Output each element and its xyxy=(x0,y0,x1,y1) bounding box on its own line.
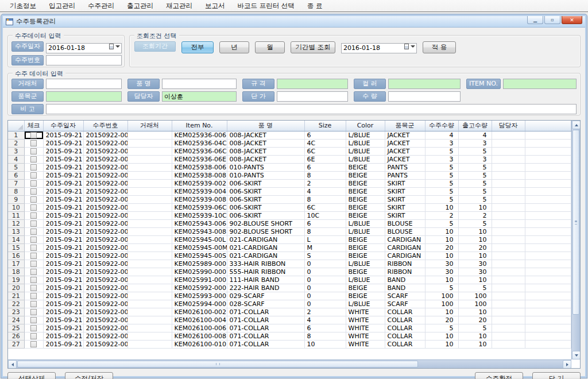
grid-cell[interactable]: 0 xyxy=(304,284,346,292)
grid-cell[interactable]: WHITE xyxy=(346,332,385,340)
grid-cell[interactable] xyxy=(127,243,172,252)
grid-cell[interactable]: JACKET xyxy=(385,147,425,155)
grid-cell[interactable]: 30 xyxy=(458,260,492,268)
grid-cell[interactable]: 20150922-001 xyxy=(83,252,127,260)
grid-cell[interactable]: 5 xyxy=(425,324,458,332)
grid-cell[interactable]: S xyxy=(304,252,346,260)
grid-cell[interactable]: 5 xyxy=(425,195,458,203)
grid-cell[interactable]: 10C xyxy=(304,211,346,219)
grid-cell[interactable] xyxy=(492,252,525,260)
grid-cell[interactable]: 0 xyxy=(304,268,346,276)
grid-cell[interactable]: PANTS xyxy=(385,163,425,171)
row-number[interactable]: 25 xyxy=(8,324,24,332)
row-checkbox[interactable] xyxy=(30,253,37,259)
grid-cell[interactable]: 008-JACKET xyxy=(227,131,304,139)
grid-cell[interactable] xyxy=(127,187,172,195)
row-checkbox-cell[interactable] xyxy=(24,243,43,252)
grid-cell[interactable]: JACKET xyxy=(385,139,425,147)
grid-cell[interactable]: 20150922-001 xyxy=(83,227,127,235)
grid-cell[interactable]: 100 xyxy=(425,300,458,308)
grid-cell[interactable] xyxy=(525,260,571,268)
grid-cell[interactable]: 100 xyxy=(458,300,492,308)
row-checkbox-cell[interactable] xyxy=(24,187,43,195)
spec-input[interactable] xyxy=(277,79,348,89)
price-input[interactable] xyxy=(277,91,348,102)
grid-cell[interactable] xyxy=(127,340,172,348)
grid-cell[interactable]: 4 xyxy=(458,131,492,139)
grid-cell[interactable]: 20150922-001 xyxy=(83,276,127,284)
grid-cell[interactable] xyxy=(127,171,172,179)
grid-cell[interactable]: 6 xyxy=(304,163,346,171)
grid-cell[interactable]: 5 xyxy=(458,219,492,227)
row-checkbox[interactable] xyxy=(30,140,37,146)
grid-cell[interactable]: 4C xyxy=(304,139,346,147)
grid-cell[interactable]: BAND xyxy=(385,276,425,284)
grid-cell[interactable]: 20150922-001 xyxy=(83,292,127,300)
grid-cell[interactable]: 20150922-001 xyxy=(83,308,127,316)
row-number[interactable]: 2 xyxy=(8,139,24,147)
grid-cell[interactable] xyxy=(492,203,525,211)
grid-cell[interactable]: 10 xyxy=(458,235,492,243)
grid-cell[interactable]: 2 xyxy=(458,211,492,219)
grid-cell[interactable]: 5 xyxy=(425,284,458,292)
grid-cell[interactable] xyxy=(127,179,172,187)
grid-cell[interactable] xyxy=(525,163,571,171)
grid-cell[interactable]: SCARF xyxy=(385,292,425,300)
grid-cell[interactable] xyxy=(492,139,525,147)
grid-cell[interactable]: KEM025943-008 xyxy=(172,227,227,235)
grid-cell[interactable]: 4 xyxy=(304,187,346,195)
grid-cell[interactable] xyxy=(492,131,525,139)
grid-cell[interactable]: 5 xyxy=(458,179,492,187)
grid-cell[interactable]: COLLAR xyxy=(385,308,425,316)
grid-cell[interactable]: KEM025939-002 xyxy=(172,179,227,187)
grid-cell[interactable] xyxy=(127,163,172,171)
grid-cell[interactable]: 071-COLLAR xyxy=(227,316,304,324)
row-checkbox[interactable] xyxy=(30,229,37,235)
grid-cell[interactable]: KEM026100-002 xyxy=(172,308,227,316)
grid-cell[interactable]: 20150922-001 xyxy=(83,179,127,187)
grid-cell[interactable]: 4 xyxy=(304,316,346,324)
row-checkbox[interactable] xyxy=(30,237,37,243)
grid-cell[interactable]: 2015-09-21 xyxy=(43,324,83,332)
grid-cell[interactable]: 4 xyxy=(425,131,458,139)
grid-cell[interactable] xyxy=(492,147,525,155)
grid-cell[interactable] xyxy=(525,316,571,324)
grid-cell[interactable]: L/BLUE xyxy=(346,219,385,227)
grid-cell[interactable]: 10 xyxy=(458,203,492,211)
grid-cell[interactable]: KEM026100-008 xyxy=(172,332,227,340)
grid-cell[interactable]: 20150922-001 xyxy=(83,300,127,308)
row-checkbox-cell[interactable] xyxy=(24,211,43,219)
order-no-input[interactable] xyxy=(46,55,122,65)
grid-cell[interactable]: 5 xyxy=(425,171,458,179)
grid-cell[interactable] xyxy=(525,300,571,308)
grid-cell[interactable] xyxy=(525,268,571,276)
grid-cell[interactable]: 20150922-001 xyxy=(83,316,127,324)
row-number[interactable]: 6 xyxy=(8,171,24,179)
row-checkbox[interactable] xyxy=(30,333,37,339)
grid-cell[interactable]: 20 xyxy=(458,243,492,252)
grid-cell[interactable]: L/BLUE xyxy=(346,300,385,308)
grid-cell[interactable]: 8 xyxy=(304,332,346,340)
query-all-button[interactable]: 전부 xyxy=(181,41,214,53)
grid-cell[interactable]: 010-PANTS xyxy=(227,163,304,171)
grid-cell[interactable] xyxy=(127,268,172,276)
row-number[interactable]: 1 xyxy=(8,131,24,139)
grid-cell[interactable]: KEM025994-000 xyxy=(172,300,227,308)
grid-cell[interactable] xyxy=(525,147,571,155)
column-header[interactable]: 거래처 xyxy=(127,121,172,131)
grid-cell[interactable]: 008-JACKET xyxy=(227,139,304,147)
grid-cell[interactable]: 20150922-001 xyxy=(83,203,127,211)
grid-cell[interactable]: BLOUSE xyxy=(385,227,425,235)
grid-cell[interactable] xyxy=(525,131,571,139)
grid-cell[interactable]: 028-SCARF xyxy=(227,300,304,308)
grid-cell[interactable]: 3 xyxy=(458,155,492,163)
grid-cell[interactable]: L xyxy=(304,235,346,243)
row-number[interactable]: 9 xyxy=(8,195,24,203)
column-header[interactable]: 품 명 xyxy=(227,121,304,131)
grid-cell[interactable]: 6 xyxy=(304,324,346,332)
delete-selected-button[interactable]: 선택삭제 xyxy=(7,372,56,379)
grid-cell[interactable]: BEIGE xyxy=(346,211,385,219)
scroll-left-icon[interactable] xyxy=(8,360,17,369)
confirm-order-button[interactable]: 수주확정 xyxy=(475,372,523,379)
row-number[interactable]: 22 xyxy=(8,300,24,308)
